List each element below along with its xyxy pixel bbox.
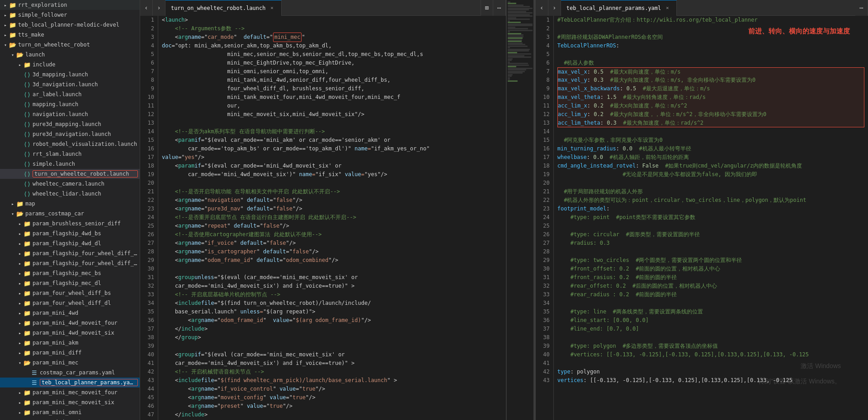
sidebar-item-costmap_car_params_yaml[interactable]: ☰costmap_car_params.yaml bbox=[0, 368, 140, 378]
split-btn[interactable]: ⊞ bbox=[481, 0, 493, 16]
sidebar-item-param_flagship_mec_dl[interactable]: ▸📁param_flagship_mec_dl bbox=[0, 278, 140, 288]
prev-tab-btn[interactable]: ‹ bbox=[140, 0, 153, 16]
folder-icon-param_four_wheel_diff_bs: 📁 bbox=[24, 290, 31, 297]
yaml-line-36: #line_start: [0.00, 0.0] bbox=[557, 316, 864, 325]
sidebar-item-navigation_launch[interactable]: ⟨⟩navigation.launch bbox=[0, 109, 140, 119]
sidebar-item-map[interactable]: ▸📁map bbox=[0, 199, 140, 209]
sidebar-item-include[interactable]: ▸📁include bbox=[0, 60, 140, 70]
yaml-line-28 bbox=[557, 247, 864, 256]
sidebar-item-param_mini_mec_moveit_six[interactable]: ▸📁param_mini_mec_moveit_six bbox=[0, 397, 140, 407]
folder-arrow-teb_local_planner_melodic_devel: ▸ bbox=[2, 23, 9, 28]
sidebar-item-param_four_wheel_diff_dl[interactable]: ▸📁param_four_wheel_diff_dl bbox=[0, 298, 140, 308]
sidebar-item-param_mini_tank[interactable]: ▸📁param_mini_tank bbox=[0, 417, 140, 420]
sidebar-item-pure3d_navigation_launch[interactable]: ⟨⟩pure3d_navigation.launch bbox=[0, 129, 140, 139]
launch-line-33: <!-- 开启底层基础单片机的控制节点 --> bbox=[162, 290, 502, 299]
sidebar-item-param_mini_omni[interactable]: ▸📁param_mini_omni bbox=[0, 407, 140, 417]
sidebar-item-param_mini_mec_moveit_four[interactable]: ▸📁param_mini_mec_moveit_four bbox=[0, 387, 140, 397]
sidebar-item-turn_on_wheeltec_robot[interactable]: ▾📂turn_on_wheeltec_robot bbox=[0, 40, 140, 50]
sidebar-label-pure3d_navigation_launch: pure3d_navigation.launch bbox=[33, 131, 138, 137]
yaml-line-18: cmd_angle_instead_rotvel: False #如果true则… bbox=[557, 162, 864, 170]
more-btn[interactable]: ⋯ bbox=[493, 0, 506, 16]
folder-icon-simple_follower: 📁 bbox=[9, 12, 16, 19]
sidebar-item-robot_model_visualization_launch[interactable]: ⟨⟩robot_model_visualization.launch bbox=[0, 139, 140, 149]
sidebar-item-turn_on_wheeltec_robot_launch[interactable]: ⟨⟩turn_on_wheeltec_robot.launch bbox=[0, 169, 140, 179]
sidebar-item-pure3d_mapping_launch[interactable]: ⟨⟩pure3d_mapping.launch bbox=[0, 119, 140, 129]
yaml-next-tab-btn[interactable]: › bbox=[548, 0, 561, 16]
sidebar-item-param_flagship_four_wheel_diff_bs[interactable]: ▸📁param_flagship_four_wheel_diff_bs bbox=[0, 248, 140, 258]
sidebar-item-simple_follower[interactable]: ▸📁simple_follower bbox=[0, 10, 140, 20]
yaml-code-editor[interactable]: 1234567891011121314151617181920212223242… bbox=[536, 16, 868, 420]
sidebar: ▸📁rrt_exploration▸📁simple_follower▸📁teb_… bbox=[0, 0, 140, 420]
folder-arrow-param_four_wheel_diff_bs: ▸ bbox=[16, 291, 24, 296]
sidebar-item-param_flagship_4wd_dl[interactable]: ▸📁param_flagship_4wd_dl bbox=[0, 238, 140, 248]
yaml-line-37: #line_end: [0.7, 0.0] bbox=[557, 325, 864, 333]
folder-icon-turn_on_wheeltec_robot: 📂 bbox=[9, 42, 16, 48]
sidebar-item-param_mini_diff[interactable]: ▸📁param_mini_diff bbox=[0, 348, 140, 358]
sidebar-item-param_brushless_senior_diff[interactable]: ▸📁param_brushless_senior_diff bbox=[0, 219, 140, 229]
sidebar-label-pure3d_mapping_launch: pure3d_mapping.launch bbox=[33, 121, 138, 127]
launch-line-9: four_wheel_diff_dl, brushless_senior_dif… bbox=[162, 84, 502, 93]
sidebar-label-wheeltec_lidar_launch: wheeltec_lidar.launch bbox=[33, 191, 138, 197]
sidebar-label-mapping_launch: mapping.launch bbox=[33, 101, 138, 107]
sidebar-item-3d_navigation_launch[interactable]: ⟨⟩3d_navigation.launch bbox=[0, 79, 140, 89]
yaml-line-26: #type: circular #圆形类型，需要设置圆的半径 bbox=[557, 230, 864, 239]
sidebar-item-rrt_exploration[interactable]: ▸📁rrt_exploration bbox=[0, 0, 140, 10]
main-editor-area: ‹ › turn_on_wheeltec_robot.launch × ⊞ ⋯ … bbox=[140, 0, 868, 420]
sidebar-item-3d_mapping_launch[interactable]: ⟨⟩3d_mapping.launch bbox=[0, 70, 140, 79]
yaml-tab[interactable]: teb_local_planner_params.yaml × bbox=[561, 0, 677, 16]
sidebar-item-launch[interactable]: ▾📂launch bbox=[0, 50, 140, 60]
sidebar-item-teb_local_planner_params_yaml[interactable]: ☰teb_local_planner_params.yaml bbox=[0, 378, 140, 387]
folder-arrow-param_mini_diff: ▸ bbox=[16, 350, 24, 355]
sidebar-item-wheeltec_camera_launch[interactable]: ⟨⟩wheeltec_camera.launch bbox=[0, 179, 140, 189]
sidebar-item-param_mini_4wd[interactable]: ▸📁param_mini_4wd bbox=[0, 308, 140, 318]
sidebar-item-ar_label_launch[interactable]: ⟨⟩ar_label.launch bbox=[0, 89, 140, 99]
sidebar-label-include: include bbox=[33, 61, 138, 68]
sidebar-item-wheeltec_lidar_launch[interactable]: ⟨⟩wheeltec_lidar.launch bbox=[0, 189, 140, 199]
file-launch-icon-3d_mapping_launch: ⟨⟩ bbox=[24, 71, 31, 78]
sidebar-label-robot_model_visualization_launch: robot_model_visualization.launch bbox=[33, 141, 138, 147]
yaml-line-15: #阿克曼小车参数，非阿克曼小车设置为0 bbox=[557, 136, 864, 145]
sidebar-item-param_mini_mec[interactable]: ▾📂param_mini_mec bbox=[0, 358, 140, 368]
sidebar-item-param_flagship_four_wheel_diff_dl[interactable]: ▸📁param_flagship_four_wheel_diff_dl bbox=[0, 258, 140, 268]
launch-line-7: mini_omni,senior_omni,top_omni, bbox=[162, 67, 502, 76]
folder-arrow-param_mini_akm: ▸ bbox=[16, 341, 24, 345]
yaml-tab-close[interactable]: × bbox=[664, 5, 671, 12]
sidebar-item-param_mini_akm[interactable]: ▸📁param_mini_akm bbox=[0, 338, 140, 348]
launch-tab[interactable]: turn_on_wheeltec_robot.launch × bbox=[165, 0, 282, 16]
sidebar-item-teb_local_planner_melodic_devel[interactable]: ▸📁teb_local_planner-melodic-devel bbox=[0, 20, 140, 30]
sidebar-item-param_flagship_mec_bs[interactable]: ▸📁param_flagship_mec_bs bbox=[0, 268, 140, 278]
launch-tab-close[interactable]: × bbox=[269, 5, 276, 12]
folder-icon-param_mini_mec: 📂 bbox=[24, 359, 31, 366]
launch-line-34: <include file="$(find turn_on_wheeltec_r… bbox=[162, 299, 502, 308]
folder-icon-param_flagship_mec_dl: 📁 bbox=[24, 280, 31, 287]
yaml-more-btn[interactable]: ⋯ bbox=[855, 0, 868, 16]
yaml-prev-tab-btn[interactable]: ‹ bbox=[536, 0, 548, 16]
folder-arrow-param_mini_mec: ▾ bbox=[16, 360, 24, 365]
launch-line-numbers: 1234567891011121314151617181920212223242… bbox=[140, 16, 158, 420]
sidebar-item-tts_make[interactable]: ▸📁tts_make bbox=[0, 30, 140, 40]
launch-editor-panel: ‹ › turn_on_wheeltec_robot.launch × ⊞ ⋯ … bbox=[140, 0, 506, 420]
file-launch-icon-robot_model_visualization_launch: ⟨⟩ bbox=[24, 141, 31, 148]
sidebar-item-param_mini_4wd_moveit_six[interactable]: ▸📁param_mini_4wd_moveit_six bbox=[0, 328, 140, 338]
yaml-line-38 bbox=[557, 333, 864, 342]
file-launch-icon-mapping_launch: ⟨⟩ bbox=[24, 101, 31, 108]
launch-code-editor[interactable]: 1234567891011121314151617181920212223242… bbox=[140, 16, 506, 420]
folder-arrow-tts_make: ▸ bbox=[2, 33, 9, 37]
launch-line-39 bbox=[162, 342, 502, 350]
yaml-line-12: acc_lim_y: 0.2 #最大y向加速度，，单位：m/s^2，非全向移动小… bbox=[557, 110, 864, 119]
sidebar-item-param_flagship_4wd_bs[interactable]: ▸📁param_flagship_4wd_bs bbox=[0, 229, 140, 238]
next-tab-btn[interactable]: › bbox=[153, 0, 165, 16]
sidebar-item-mapping_launch[interactable]: ⟨⟩mapping.launch bbox=[0, 99, 140, 109]
sidebar-item-param_mini_4wd_moveit_four[interactable]: ▸📁param_mini_4wd_moveit_four bbox=[0, 318, 140, 328]
folder-icon-param_mini_omni: 📁 bbox=[24, 409, 31, 416]
sidebar-item-params_costmap_car[interactable]: ▾📂params_costmap_car bbox=[0, 209, 140, 219]
yaml-code-content: #TebLocalPlanner官方介绍：http://wiki.ros.org… bbox=[554, 16, 868, 420]
sidebar-label-param_mini_akm: param_mini_akm bbox=[33, 340, 138, 346]
yaml-line-13: acc_lim_theta: 0.3 #最大角加速度，单位：rad/s^2 bbox=[557, 119, 864, 127]
launch-line-28: <arg name="is_cartographer" default="fal… bbox=[162, 247, 502, 256]
sidebar-item-rrt_slam_launch[interactable]: ⟨⟩rrt_slam.launch bbox=[0, 149, 140, 159]
sidebar-item-simple_launch[interactable]: ⟨⟩simple.launch bbox=[0, 159, 140, 169]
yaml-line-23: footprint_model: bbox=[557, 205, 864, 213]
sidebar-item-param_four_wheel_diff_bs[interactable]: ▸📁param_four_wheel_diff_bs bbox=[0, 288, 140, 298]
launch-line-32: car_mode=='mini_4wd_moveit_six') and if_… bbox=[162, 282, 502, 290]
